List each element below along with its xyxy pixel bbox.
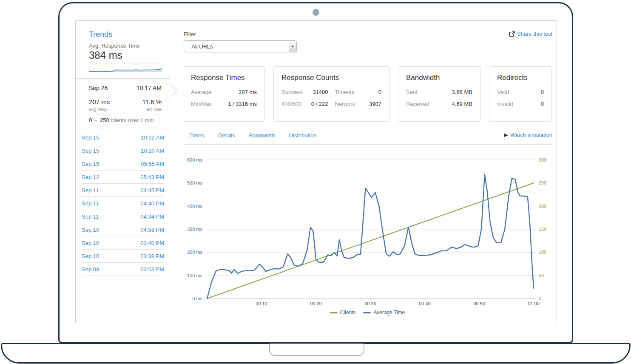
x-axis-label: 00:30	[364, 301, 376, 306]
history-time: 04:45 PM	[140, 187, 164, 193]
history-date: Sep 10	[82, 227, 99, 233]
trend-sparkline	[89, 65, 162, 72]
clients-min: 0	[89, 117, 92, 123]
sidebar: Trends Avg. Response Time 384 ms Sep 26 …	[76, 21, 170, 323]
legend-swatch	[330, 312, 338, 313]
y-axis-right-label: 50	[539, 273, 544, 278]
test-history-list: Sep 1510:22 AMSep 1510:20 AMSep 1509:55 …	[82, 131, 164, 276]
history-date: Sep 15	[82, 148, 99, 154]
history-date: Sep 15	[82, 134, 99, 141]
tab-bandwidth[interactable]: Bandwidth	[249, 132, 275, 139]
x-axis-label: 00:10	[256, 301, 267, 306]
x-axis-label: 00:40	[419, 301, 431, 306]
history-row[interactable]: Sep 1510:22 AM	[82, 131, 164, 144]
history-time: 10:22 AM	[141, 134, 164, 141]
stat-value: 0	[355, 89, 381, 95]
share-icon	[509, 31, 515, 37]
y-axis-left-label: 300 ms	[187, 227, 203, 232]
y-axis-right-label: 0	[539, 296, 541, 301]
history-date: Sep 08	[82, 266, 99, 273]
history-time: 04:34 PM	[140, 213, 164, 220]
history-time: 04:40 PM	[140, 200, 164, 207]
stat-value: 0	[509, 89, 544, 95]
stat-card: Response TimesAverage207 msMin/Max1 / 33…	[183, 66, 265, 122]
history-row[interactable]: Sep 1004:58 PM	[82, 223, 164, 236]
y-axis-left-label: 100 ms	[187, 273, 203, 278]
stat-value: 207 ms	[211, 89, 257, 95]
history-row[interactable]: Sep 1509:55 AM	[82, 157, 164, 171]
stat-card-title: Response Counts	[281, 74, 381, 82]
stat-label: Valid	[497, 89, 509, 95]
stat-card-title: Redirects	[497, 74, 544, 82]
watch-simulation-label: Watch simulation	[511, 132, 553, 138]
history-row[interactable]: Sep 1003:38 PM	[82, 250, 164, 263]
history-date: Sep 11	[82, 187, 99, 193]
y-axis-right-label: 300	[539, 157, 546, 162]
chart-legend: ClientsAverage Time	[183, 310, 552, 316]
selected-err-label: err rate	[142, 107, 162, 112]
selected-test-summary[interactable]: Sep 26 10:17 AM 207 ms avg resp 11.6 % e…	[76, 78, 170, 129]
url-filter-select[interactable]: - All URLs - ▼	[184, 40, 297, 52]
history-date: Sep 11	[82, 213, 99, 220]
stat-label: Timeout	[335, 89, 355, 95]
selected-avg-label: avg resp	[89, 107, 110, 112]
select-dropdown-arrow-icon: ▼	[289, 41, 296, 52]
history-time: 03:40 PM	[140, 240, 164, 246]
x-axis-label: 00:50	[473, 301, 485, 306]
laptop-base-notch	[269, 344, 364, 356]
stats-cards: Response TimesAverage207 msMin/Max1 / 33…	[183, 66, 552, 122]
legend-item-clients[interactable]: Clients	[330, 310, 356, 316]
history-time: 09:55 AM	[141, 161, 164, 167]
avg-response-value: 384 ms	[89, 49, 122, 61]
history-date: Sep 15	[82, 161, 99, 167]
stat-label: Invalid	[497, 101, 513, 107]
legend-item-average-time[interactable]: Average Time	[363, 310, 405, 316]
watch-simulation-link[interactable]: ▶ Watch simulation	[504, 132, 552, 138]
y-axis-right-label: 200	[539, 204, 546, 209]
selected-test-pointer-icon	[163, 83, 177, 97]
history-date: Sep 11	[82, 200, 99, 207]
share-test-link[interactable]: Share this test	[509, 31, 552, 37]
chart-tabs-row: TimesDetailsBandwidthDistribution	[183, 131, 552, 145]
x-axis-label: 01:00	[528, 301, 540, 306]
stat-value: 3907	[355, 101, 381, 107]
history-row[interactable]: Sep 0803:53 PM	[82, 263, 164, 276]
selected-test-date: Sep 26	[89, 85, 108, 91]
tab-distribution[interactable]: Distribution	[289, 132, 316, 139]
clients-separator: -	[95, 117, 97, 123]
history-row[interactable]: Sep 1205:43 PM	[82, 171, 164, 184]
selected-test-time: 10:17 AM	[136, 85, 162, 91]
app-window: Trends Avg. Response Time 384 ms Sep 26 …	[75, 20, 557, 323]
y-axis-left-label: 600 ms	[187, 157, 203, 162]
y-axis-right-label: 100	[539, 250, 546, 255]
history-row[interactable]: Sep 1003:40 PM	[82, 236, 164, 250]
stat-card-title: Bandwidth	[406, 74, 472, 82]
history-row[interactable]: Sep 1510:20 AM	[82, 144, 164, 157]
share-link-label: Share this test	[517, 31, 552, 37]
series-average-time	[207, 174, 534, 299]
history-time: 04:58 PM	[140, 227, 164, 233]
tab-details[interactable]: Details	[218, 132, 235, 139]
play-icon: ▶	[504, 132, 508, 138]
history-row[interactable]: Sep 1104:40 PM	[82, 197, 164, 210]
sidebar-divider	[89, 63, 162, 63]
tab-times[interactable]: Times	[189, 132, 204, 139]
stat-label: Average	[191, 89, 211, 95]
chart-tabs: TimesDetailsBandwidthDistribution	[189, 132, 316, 139]
clients-suffix: clients over 1 min	[111, 117, 153, 123]
history-row[interactable]: Sep 1104:34 PM	[82, 210, 164, 223]
history-row[interactable]: Sep 1104:45 PM	[82, 184, 164, 197]
chart-container: 0 ms100 ms200 ms300 ms400 ms500 ms600 ms…	[183, 153, 552, 316]
clients-max: 250	[100, 117, 109, 123]
avg-response-label: Avg. Response Time	[89, 43, 140, 49]
laptop-mockup: Trends Avg. Response Time 384 ms Sep 26 …	[0, 0, 631, 364]
legend-swatch	[363, 312, 371, 313]
y-axis-right-label: 250	[539, 180, 546, 185]
timeseries-chart: 0 ms100 ms200 ms300 ms400 ms500 ms600 ms…	[183, 153, 552, 307]
stat-value: 0 / 222	[301, 101, 328, 107]
laptop-screen: Trends Avg. Response Time 384 ms Sep 26 …	[58, 2, 573, 343]
stat-value: 3.66 MB	[418, 89, 472, 95]
stat-label: Network	[335, 101, 355, 107]
legend-label: Clients	[340, 310, 356, 316]
history-date: Sep 10	[82, 240, 99, 246]
